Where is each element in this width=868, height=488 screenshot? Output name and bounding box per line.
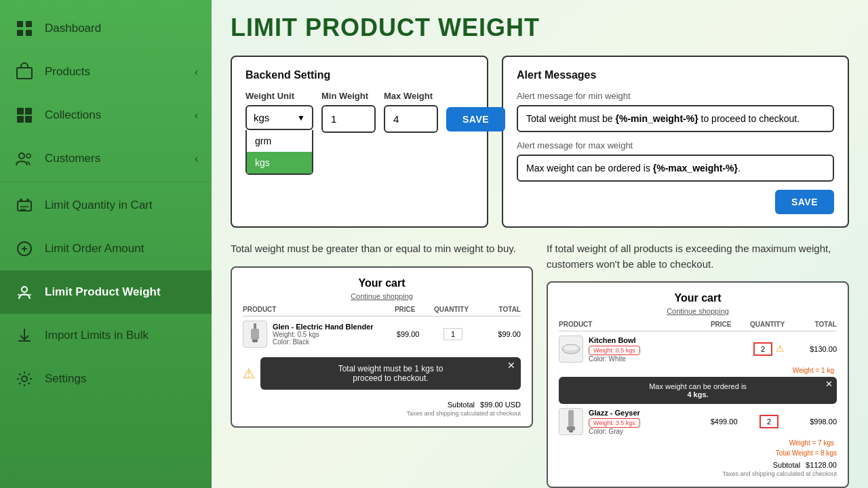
sidebar-label-limit-order: Limit Order Amount <box>45 242 144 256</box>
bowl-details: Kitchen Bowl Weight: 0.5 kgs Color: Whit… <box>589 336 701 363</box>
svg-rect-19 <box>252 340 258 342</box>
svg-rect-23 <box>567 426 575 430</box>
cart-right-header: PRODUCT PRICE QUANTITY TOTAL <box>559 321 837 331</box>
sidebar-item-customers[interactable]: Customers ‹ <box>0 137 212 180</box>
svg-rect-24 <box>569 430 573 432</box>
alert-max-label: Alert message for max weight <box>517 140 834 150</box>
svg-point-12 <box>20 199 22 201</box>
min-weight-label: Min Weight <box>321 91 376 101</box>
blender-color: Color: Black <box>273 338 385 346</box>
sidebar-item-limit-order[interactable]: Limit Order Amount <box>0 227 212 270</box>
subtotal-value-right: $1128.00 <box>806 461 837 469</box>
weight-unit-dropdown: grm kgs <box>245 130 313 175</box>
alert-save-button[interactable]: SAVE <box>775 190 834 214</box>
cart-right-col-total: TOTAL <box>791 321 837 328</box>
max-alert-value: 4 kgs. <box>687 390 708 399</box>
geyser-price: $499.00 <box>701 418 747 426</box>
bowl-qty: 2 ⚠ <box>747 342 792 356</box>
sidebar-item-import-limits[interactable]: Import Limits in Bulk <box>0 314 212 357</box>
sidebar-item-products[interactable]: Products ‹ <box>0 50 212 94</box>
alert-min-group: Alert message for min weight Total weigh… <box>517 91 834 132</box>
min-weight-input[interactable] <box>321 105 376 133</box>
max-alert-close[interactable]: ✕ <box>825 379 833 389</box>
cart-right-item-0: Kitchen Bowl Weight: 0.5 kgs Color: Whit… <box>559 336 837 404</box>
sidebar-label-customers: Customers <box>45 152 100 165</box>
dropdown-option-grm[interactable]: grm <box>247 130 312 152</box>
max-weight-input[interactable] <box>384 105 438 133</box>
dropdown-arrow-icon: ▼ <box>297 113 305 123</box>
limit-qty-icon <box>14 195 35 216</box>
subtotal-value-left: $99.00 USD <box>480 401 521 409</box>
collections-chevron: ‹ <box>195 110 198 121</box>
svg-rect-7 <box>17 116 24 123</box>
products-chevron: ‹ <box>195 66 198 77</box>
desc-right: If total weight of all products is excee… <box>547 241 849 272</box>
cart-preview-left: Your cart Continue shopping PRODUCT PRIC… <box>231 266 533 428</box>
sidebar-item-dashboard[interactable]: Dashboard <box>0 7 212 50</box>
blender-weight: Weight: 0.5 kgs <box>273 331 385 338</box>
svg-rect-2 <box>17 30 23 36</box>
limit-weight-icon <box>14 281 35 303</box>
subtotal-label-right: Subtotal <box>773 461 800 469</box>
cart-left-item-0: Glen - Electric Hand Blender Weight: 0.5… <box>243 321 521 348</box>
blender-price: $99.00 <box>385 330 431 338</box>
geyser-weight-label: Weight = 7 kgs <box>559 439 834 447</box>
cart-right-title: Your cart <box>559 292 837 304</box>
left-col: Total weight must be greater than or equ… <box>231 241 533 488</box>
blender-total: $99.00 <box>475 330 521 338</box>
sidebar-label-collections: Collections <box>45 108 101 122</box>
total-weight-row: Total Weight = 8 kgs <box>559 449 837 457</box>
sidebar-label-limit-qty: Limit Quantity in Cart <box>45 199 153 212</box>
cart-left-header: PRODUCT PRICE QUANTITY TOTAL <box>243 306 521 317</box>
max-weight-group: Max Weight <box>384 91 438 133</box>
svg-point-13 <box>26 199 29 201</box>
max-weight-label: Max Weight <box>384 91 438 101</box>
min-alert-row: ⚠ ✕ Total weight must be 1 kgs toproceed… <box>243 352 521 395</box>
svg-point-15 <box>22 287 27 292</box>
svg-rect-8 <box>25 116 32 123</box>
backend-save-button[interactable]: SAVE <box>446 107 505 131</box>
blender-icon <box>243 321 267 348</box>
svg-rect-0 <box>17 21 23 27</box>
svg-rect-17 <box>254 323 256 329</box>
weight-unit-group: Weight Unit kgs ▼ grm kgs <box>245 91 313 130</box>
blender-qty: 1 <box>431 328 476 340</box>
cart-left-subtotal: Subtotal $99.00 USD <box>243 401 521 409</box>
alert-min-label: Alert message for min weight <box>517 91 834 101</box>
cart-left-continue[interactable]: Continue shopping <box>243 292 521 300</box>
svg-rect-18 <box>251 329 259 340</box>
sidebar-item-collections[interactable]: Collections ‹ <box>0 94 212 137</box>
svg-point-21 <box>564 345 578 350</box>
cart-preview-right: Your cart Continue shopping PRODUCT PRIC… <box>547 281 849 488</box>
bowl-icon <box>559 336 583 363</box>
cart-col-product: PRODUCT <box>243 306 382 313</box>
import-limits-icon <box>14 325 35 346</box>
taxes-note-right: Taxes and shipping calculated at checkou… <box>559 470 837 477</box>
sidebar-label-limit-weight: Limit Product Weight <box>45 285 161 299</box>
cart-right-item-1: Glazz - Geyser Weight: 3.5 kgs Color: Gr… <box>559 408 837 447</box>
alert-max-input[interactable]: Max weight can be ordered is {%-max_weig… <box>517 155 834 182</box>
close-icon[interactable]: ✕ <box>507 360 515 371</box>
customers-chevron: ‹ <box>195 153 198 164</box>
geyser-name: Glazz - Geyser <box>589 409 701 417</box>
cart-right-subtotal: Subtotal $1128.00 <box>559 461 837 469</box>
geyser-color: Color: Gray <box>589 428 701 435</box>
warn-icon-left: ⚠ <box>243 365 255 382</box>
sidebar-item-limit-weight[interactable]: Limit Product Weight <box>0 270 212 314</box>
sidebar-label-dashboard: Dashboard <box>45 22 101 35</box>
alert-messages-card: Alert Messages Alert message for min wei… <box>502 56 849 228</box>
svg-rect-4 <box>17 68 32 79</box>
cart-col-qty: QUANTITY <box>428 306 474 313</box>
backend-setting-card: Backend Setting Weight Unit kgs ▼ grm kg… <box>231 56 488 228</box>
alert-min-input[interactable]: Total weight must be {%-min_weight-%} to… <box>517 105 834 132</box>
dropdown-option-kgs[interactable]: kgs <box>247 152 312 174</box>
products-icon <box>14 61 35 83</box>
sidebar-item-limit-qty[interactable]: Limit Quantity in Cart <box>0 184 212 227</box>
bowl-color: Color: White <box>589 355 701 363</box>
weight-unit-dropdown-trigger[interactable]: kgs ▼ <box>245 105 313 130</box>
cart-right-continue[interactable]: Continue shopping <box>559 307 837 315</box>
svg-rect-3 <box>26 30 32 36</box>
cart-col-price: PRICE <box>382 306 428 313</box>
right-col: If total weight of all products is excee… <box>547 241 849 488</box>
sidebar-item-settings[interactable]: Settings <box>0 357 212 401</box>
